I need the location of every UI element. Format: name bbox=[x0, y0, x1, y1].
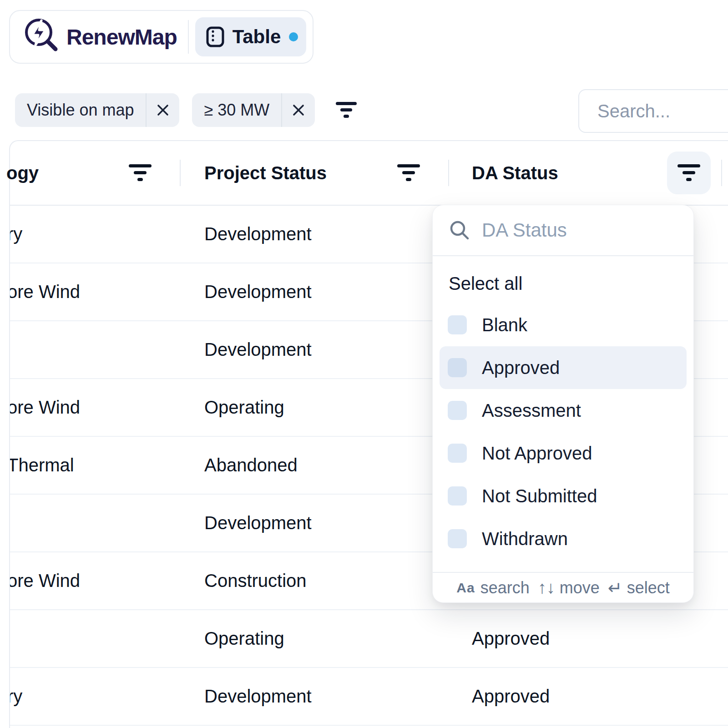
checkbox[interactable] bbox=[448, 401, 467, 420]
dropdown-search[interactable]: DA Status bbox=[433, 205, 693, 256]
table-row[interactable]: Operating Approved bbox=[10, 610, 728, 668]
da-status-filter-dropdown: DA Status Select all Blank Approved Asse… bbox=[432, 205, 694, 603]
add-filter-button[interactable] bbox=[336, 102, 357, 118]
case-icon: Aa bbox=[456, 580, 475, 596]
cell-project-status: Development bbox=[181, 686, 449, 707]
filter-icon[interactable] bbox=[397, 164, 420, 182]
cell-technology: ore Wind bbox=[10, 571, 80, 591]
search-input[interactable] bbox=[578, 89, 728, 133]
option-label: Not Submitted bbox=[482, 486, 597, 506]
cell-project-status: Construction bbox=[181, 571, 449, 591]
dropdown-option[interactable]: Not Approved bbox=[440, 432, 687, 475]
cell-technology: ry bbox=[10, 686, 22, 706]
option-label: Withdrawn bbox=[482, 529, 568, 549]
hint-select: select bbox=[627, 578, 670, 597]
filter-chip-visible-on-map: Visible on map bbox=[15, 93, 179, 127]
table-view-button[interactable]: Table bbox=[195, 17, 307, 56]
cell-project-status: Operating bbox=[181, 397, 449, 418]
cell-technology: Thermal bbox=[10, 455, 74, 475]
filter-icon bbox=[336, 102, 357, 118]
cell-technology: ore Wind bbox=[10, 282, 80, 302]
search-icon bbox=[449, 220, 470, 241]
filter-chip-label: Visible on map bbox=[15, 101, 146, 120]
dropdown-option[interactable]: Not Submitted bbox=[440, 475, 687, 517]
cell-project-status: Development bbox=[181, 224, 449, 244]
table-row[interactable]: ry Development Approved bbox=[10, 668, 728, 726]
arrow-up-down-icon: ↑↓ bbox=[538, 578, 555, 597]
checkbox[interactable] bbox=[448, 358, 467, 377]
column-label: Project Status bbox=[204, 163, 327, 183]
table-view-icon bbox=[206, 26, 224, 47]
cell-da-status: Approved bbox=[449, 686, 722, 707]
cell-technology: ry bbox=[10, 224, 22, 244]
option-label: Approved bbox=[482, 358, 560, 378]
enter-key-icon: ↵ bbox=[608, 578, 622, 598]
close-icon bbox=[156, 103, 170, 117]
topbar-card: RenewMap Table bbox=[9, 10, 313, 64]
remove-filter-button[interactable] bbox=[282, 93, 315, 127]
brand[interactable]: RenewMap bbox=[22, 17, 177, 57]
hint-move: move bbox=[560, 578, 600, 597]
dropdown-options: Select all Blank Approved Assessment Not… bbox=[433, 256, 693, 572]
column-header-technology[interactable]: ogy bbox=[10, 141, 181, 205]
checkbox[interactable] bbox=[448, 315, 467, 334]
dropdown-option[interactable]: Blank bbox=[440, 303, 687, 346]
dropdown-search-placeholder: DA Status bbox=[482, 219, 567, 241]
column-label: DA Status bbox=[472, 163, 558, 183]
da-status-filter-button[interactable] bbox=[667, 152, 711, 194]
close-icon bbox=[292, 103, 305, 117]
select-all-option[interactable]: Select all bbox=[440, 263, 687, 303]
topbar-divider bbox=[188, 20, 189, 54]
column-label: ogy bbox=[6, 163, 39, 183]
filter-chips-row: Visible on map ≥ 30 MW bbox=[15, 93, 357, 127]
option-label: Blank bbox=[482, 315, 527, 335]
renewmap-logo-icon bbox=[22, 17, 62, 57]
filter-chip-capacity: ≥ 30 MW bbox=[192, 93, 315, 127]
dropdown-footer-hints: Aa search ↑↓ move ↵ select bbox=[433, 572, 693, 602]
cell-project-status: Development bbox=[181, 339, 449, 360]
dropdown-option[interactable]: Withdrawn bbox=[440, 517, 687, 560]
hint-search: search bbox=[480, 578, 530, 597]
column-header-project-status[interactable]: Project Status bbox=[181, 141, 449, 205]
cell-da-status: Approved bbox=[449, 628, 722, 649]
checkbox[interactable] bbox=[448, 444, 467, 463]
dropdown-option[interactable]: Assessment bbox=[440, 389, 687, 432]
table-view-label: Table bbox=[233, 26, 281, 48]
brand-name: RenewMap bbox=[66, 25, 177, 50]
active-view-dot bbox=[289, 32, 298, 41]
checkbox[interactable] bbox=[448, 486, 467, 506]
remove-filter-button[interactable] bbox=[147, 93, 179, 127]
cell-technology: ore Wind bbox=[10, 397, 80, 417]
option-label: Assessment bbox=[482, 400, 581, 421]
cell-project-status: Development bbox=[181, 513, 449, 533]
filter-chip-label: ≥ 30 MW bbox=[192, 101, 281, 120]
option-label: Not Approved bbox=[482, 443, 592, 464]
filter-icon bbox=[677, 164, 700, 182]
checkbox[interactable] bbox=[448, 529, 467, 548]
column-header-da-status[interactable]: DA Status bbox=[449, 141, 722, 205]
select-all-label: Select all bbox=[449, 273, 522, 294]
table-header-row: ogy Project Status DA Status bbox=[10, 141, 728, 206]
cell-project-status: Operating bbox=[181, 628, 449, 649]
cell-project-status: Abandoned bbox=[181, 455, 449, 475]
cell-project-status: Development bbox=[181, 282, 449, 302]
filter-icon[interactable] bbox=[129, 164, 152, 182]
dropdown-option[interactable]: Approved bbox=[440, 346, 687, 389]
